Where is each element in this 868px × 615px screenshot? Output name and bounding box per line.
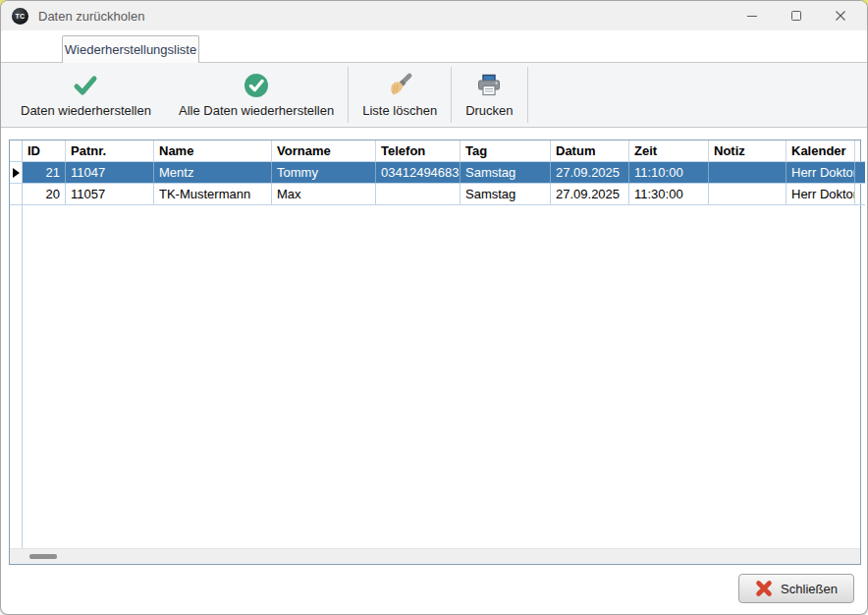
table-cell: 11:30:00 [629, 184, 709, 205]
row-indicator [10, 184, 23, 205]
toolbar: Daten wiederherstellen Alle Daten wieder… [1, 62, 867, 128]
table-cell: 11057 [66, 184, 154, 205]
toolbar-separator [527, 67, 528, 123]
column-header-vorname[interactable]: Vorname [272, 140, 376, 162]
table-row[interactable]: 2111047MentzTommy03412494683Samstag27.09… [10, 162, 860, 184]
restore-all-data-button[interactable]: Alle Daten wiederherstellen [165, 63, 348, 127]
column-header-filler [855, 140, 865, 162]
row-filler [855, 184, 865, 205]
tab-strip: Wiederherstellungsliste [1, 30, 867, 62]
check-icon [73, 73, 98, 99]
column-header-tag[interactable]: Tag [461, 140, 551, 162]
broom-icon [387, 73, 412, 99]
column-header-kalender[interactable]: Kalender [787, 140, 855, 162]
table-cell: 11:10:00 [629, 162, 709, 184]
table-cell: 27.09.2025 [551, 162, 629, 184]
table-cell: Max [272, 184, 376, 205]
table-cell: 03412494683 [376, 162, 461, 184]
table-cell: 11047 [66, 162, 154, 184]
table-cell: Mentz [154, 162, 272, 184]
table-cell: 27.09.2025 [551, 184, 629, 205]
window-title: Daten zurückholen [38, 9, 144, 24]
window-close-button[interactable] [832, 7, 849, 25]
indicator-column-header [10, 140, 23, 162]
close-button-label: Schließen [781, 582, 838, 596]
table-body: 2111047MentzTommy03412494683Samstag27.09… [10, 162, 860, 205]
window-controls [743, 1, 867, 30]
printer-icon [475, 73, 503, 99]
column-header-datum[interactable]: Datum [551, 140, 629, 162]
horizontal-scrollbar[interactable] [10, 548, 860, 564]
row-indicator [10, 162, 23, 184]
tab-label: Wiederherstellungsliste [65, 42, 196, 57]
table-cell: Samstag [461, 184, 551, 205]
table-cell: TK-Mustermann [154, 184, 272, 205]
table-cell: 21 [23, 162, 66, 184]
minimize-button[interactable] [743, 7, 761, 25]
row-filler [855, 162, 865, 184]
table-cell [709, 162, 787, 184]
recovery-table: IDPatnr.NameVornameTelefonTagDatumZeitNo… [9, 140, 861, 565]
column-header-notiz[interactable]: Notiz [709, 140, 787, 162]
print-label: Drucken [465, 103, 513, 118]
scrollbar-thumb[interactable] [29, 554, 57, 559]
clear-list-button[interactable]: Liste löschen [349, 63, 451, 127]
tab-wiederherstellungsliste[interactable]: Wiederherstellungsliste [62, 35, 199, 63]
table-empty-area [10, 205, 860, 548]
app-icon: TC [12, 8, 28, 25]
table-row[interactable]: 2011057TK-MustermannMaxSamstag27.09.2025… [10, 184, 860, 205]
clear-list-label: Liste löschen [362, 103, 437, 118]
dialog-window: TC Daten zurückholen Wiederherstellungsl… [0, 0, 868, 615]
red-x-icon [755, 580, 773, 597]
close-icon [835, 10, 846, 22]
column-header-zeit[interactable]: Zeit [629, 140, 709, 162]
table-cell: 20 [23, 184, 66, 205]
table-cell: Herr Doktor [787, 162, 855, 184]
restore-all-data-label: Alle Daten wiederherstellen [179, 103, 334, 118]
close-button[interactable]: Schließen [738, 574, 854, 603]
restore-data-label: Daten wiederherstellen [21, 103, 151, 118]
column-header-telefon[interactable]: Telefon [376, 140, 461, 162]
restore-data-button[interactable]: Daten wiederherstellen [7, 63, 165, 127]
column-header-patnr[interactable]: Patnr. [66, 140, 154, 162]
table-cell: Herr Doktor [787, 184, 855, 205]
table-cell: Samstag [461, 162, 551, 184]
minimize-icon [746, 10, 758, 22]
column-header-name[interactable]: Name [154, 140, 272, 162]
print-button[interactable]: Drucken [452, 63, 526, 127]
column-header-id[interactable]: ID [23, 140, 66, 162]
current-row-arrow-icon [13, 168, 20, 178]
table-cell [709, 184, 787, 205]
table-cell: Tommy [272, 162, 376, 184]
circle-check-icon [244, 73, 269, 99]
maximize-icon [790, 10, 802, 22]
table-cell [376, 184, 461, 205]
maximize-button[interactable] [787, 7, 805, 25]
titlebar[interactable]: TC Daten zurückholen [1, 1, 867, 30]
table-header: IDPatnr.NameVornameTelefonTagDatumZeitNo… [10, 140, 860, 162]
indicator-gutter [10, 205, 23, 548]
